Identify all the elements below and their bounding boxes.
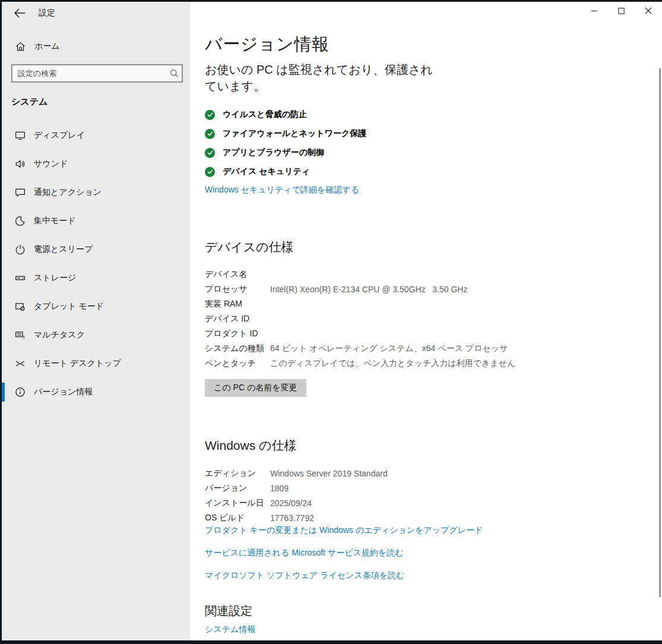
security-status-row: デバイス セキュリティ (205, 162, 366, 181)
sidebar-item-label: バージョン情報 (34, 387, 93, 397)
spec-row: 実装 RAM (205, 296, 515, 311)
focus-assist-icon (15, 216, 26, 226)
titlebar: 設定 (2, 2, 190, 26)
spec-row: プロセッサ Intel(R) Xeon(R) E-2134 CPU @ 3.50… (205, 282, 515, 296)
selection-indicator (2, 383, 5, 402)
spec-row: デバイス ID (205, 311, 515, 326)
spec-value: このディスプレイでは、ペン入力とタッチ入力は利用できません (270, 358, 515, 369)
spec-row: バージョン 1809 (205, 481, 388, 495)
window-border-top (0, 0, 662, 2)
remote-desktop-icon (15, 358, 26, 369)
spec-label: インストール日 (205, 498, 270, 509)
back-arrow-icon (14, 8, 26, 18)
spec-label: ペンとタッチ (205, 358, 270, 369)
sidebar-item-label: 集中モード (34, 216, 76, 226)
check-icon (205, 148, 215, 158)
spec-value: 64 ビット オペレーティング システム、x64 ベース プロセッサ (270, 343, 508, 354)
spec-label: デバイス名 (205, 269, 270, 280)
maximize-icon (618, 8, 625, 14)
spec-row: インストール日 2025/09/24 (205, 495, 388, 510)
rename-pc-button[interactable]: この PC の名前を変更 (205, 379, 306, 397)
spec-label: プロセッサ (205, 284, 270, 295)
spec-row: デバイス名 (205, 267, 515, 282)
spec-label: プロダクト ID (205, 329, 270, 339)
sidebar-item-home[interactable]: ホーム (2, 36, 190, 56)
display-icon (15, 130, 26, 141)
sidebar-item-sound[interactable]: サウンド (2, 150, 190, 178)
multitask-icon (15, 330, 26, 340)
windows-specs-heading: Windows の仕様 (205, 437, 297, 454)
security-status-row: アプリとブラウザーの制御 (205, 143, 366, 162)
settings-search-box (11, 64, 183, 83)
close-button[interactable] (635, 2, 662, 20)
info-icon (15, 387, 26, 397)
windows-specs-table: エディション Windows Server 2019 Standard バージョ… (205, 466, 388, 525)
sidebar-item-label: 通知とアクション (34, 187, 102, 198)
device-specs-table: デバイス名 プロセッサ Intel(R) Xeon(R) E-2134 CPU … (205, 267, 515, 371)
sidebar-item-about[interactable]: バージョン情報 (2, 378, 190, 406)
sidebar-item-power-sleep[interactable]: 電源とスリープ (2, 235, 190, 264)
maximize-button[interactable] (607, 2, 635, 20)
back-button[interactable] (10, 5, 29, 21)
device-specs-heading: デバイスの仕様 (205, 239, 293, 255)
window-border-bottom (0, 640, 662, 644)
security-status-list: ウイルスと脅威の防止 ファイアウォールとネットワーク保護 アプリとブラウザーの制… (205, 105, 366, 181)
notifications-icon (15, 187, 26, 198)
change-product-key-link[interactable]: プロダクト キーの変更または Windows のエディションをアップグレード (205, 525, 483, 536)
check-icon (205, 110, 215, 120)
sidebar-item-notifications[interactable]: 通知とアクション (2, 178, 190, 207)
spec-label: OS ビルド (205, 513, 270, 523)
app-title: 設定 (39, 8, 55, 18)
sidebar-item-display[interactable]: ディスプレイ (2, 121, 190, 150)
storage-icon (15, 273, 26, 283)
tablet-mode-icon (15, 301, 26, 312)
sidebar-item-label: タブレット モード (34, 301, 104, 312)
security-status-label: デバイス セキュリティ (223, 166, 310, 177)
software-license-terms-link[interactable]: マイクロソフト ソフトウェア ライセンス条項を読む (205, 570, 404, 581)
sidebar-item-label: マルチタスク (34, 330, 85, 340)
scrollbar-thumb[interactable] (659, 68, 661, 597)
sound-icon (15, 159, 26, 169)
sidebar-item-multitasking[interactable]: マルチタスク (2, 321, 190, 349)
window-controls (580, 2, 662, 20)
sidebar-item-label: サウンド (34, 159, 68, 169)
spec-label: システムの種類 (205, 343, 270, 354)
sidebar-item-label: ホーム (34, 41, 60, 52)
security-status-label: アプリとブラウザーの制御 (223, 147, 324, 158)
spec-value: Windows Server 2019 Standard (270, 469, 388, 478)
minimize-button[interactable] (580, 2, 607, 20)
power-icon (15, 244, 26, 255)
minimize-icon (591, 8, 597, 14)
spec-label: 実装 RAM (205, 299, 270, 310)
spec-row: ペンとタッチ このディスプレイでは、ペン入力とタッチ入力は利用できません (205, 356, 515, 371)
sidebar-item-label: ディスプレイ (34, 130, 85, 141)
spec-row: プロダクト ID (205, 326, 515, 341)
home-icon (15, 41, 26, 52)
security-status-label: ファイアウォールとネットワーク保護 (223, 128, 366, 139)
system-info-link[interactable]: システム情報 (205, 624, 255, 635)
spec-value: 2025/09/24 (270, 498, 312, 508)
spec-row: エディション Windows Server 2019 Standard (205, 466, 388, 481)
security-summary: お使いの PC は監視されており、保護され ています。 (205, 61, 433, 94)
spec-value: 1809 (270, 484, 289, 493)
page-title: バージョン情報 (205, 33, 329, 56)
search-input[interactable] (12, 69, 166, 78)
search-icon[interactable] (166, 69, 182, 78)
sidebar-item-label: リモート デスクトップ (34, 358, 121, 369)
sidebar-section-title: システム (11, 96, 47, 108)
sidebar-item-tablet-mode[interactable]: タブレット モード (2, 292, 190, 321)
check-icon (205, 167, 215, 177)
windows-security-link[interactable]: Windows セキュリティで詳細を確認する (205, 185, 359, 195)
security-status-row: ファイアウォールとネットワーク保護 (205, 124, 366, 143)
spec-label: デバイス ID (205, 314, 270, 324)
sidebar-item-label: ストレージ (34, 273, 76, 283)
spec-row: OS ビルド 17763.7792 (205, 510, 388, 525)
sidebar-item-label: 電源とスリープ (34, 244, 93, 255)
sidebar-nav-list: ディスプレイ サウンド 通知とアクション 集中モード (2, 121, 190, 406)
sidebar-item-storage[interactable]: ストレージ (2, 264, 190, 292)
security-status-row: ウイルスと脅威の防止 (205, 105, 366, 124)
sidebar-item-remote-desktop[interactable]: リモート デスクトップ (2, 349, 190, 378)
sidebar-item-focus-assist[interactable]: 集中モード (2, 207, 190, 235)
security-status-label: ウイルスと脅威の防止 (223, 109, 307, 120)
microsoft-services-agreement-link[interactable]: サービスに適用される Microsoft サービス規約を読む (205, 548, 404, 558)
